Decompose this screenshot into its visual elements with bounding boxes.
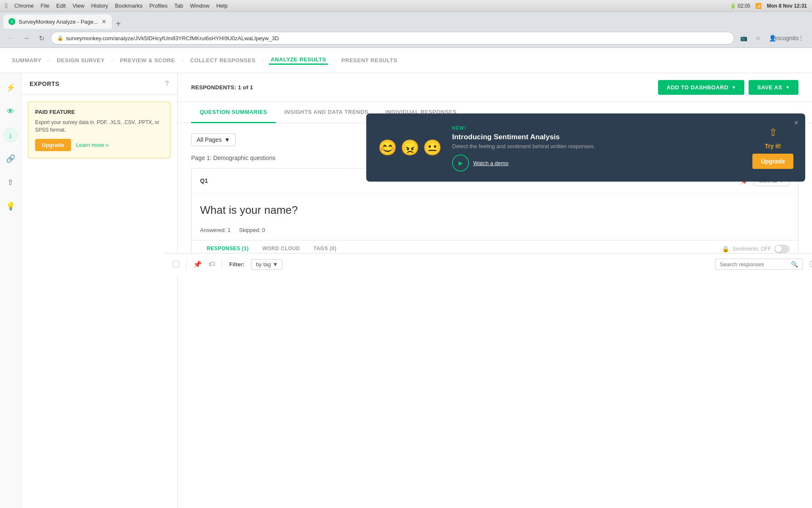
- main-content: RESPONDENTS: 1 of 1 ADD TO DASHBOARD ▼ S…: [178, 73, 812, 508]
- mac-time: Mon 8 Nov 12:31: [767, 3, 807, 9]
- apple-logo[interactable]: : [5, 2, 8, 10]
- popup-content: NEW! Introducing Sentiment Analysis Dete…: [452, 124, 742, 171]
- popup-try-section: ⇧ Try it! Upgrade: [752, 127, 793, 169]
- by-tag-filter[interactable]: by tag ▼: [251, 259, 283, 270]
- lightbulb-icon[interactable]: 💡: [3, 199, 18, 214]
- paid-feature-description: Export your survey data in .PDF, .XLS, .…: [35, 119, 163, 134]
- sentiment-popup: × 😊 😠 😐 NEW! Introducing Sentiment Analy…: [366, 113, 805, 182]
- add-to-dashboard-button[interactable]: ADD TO DASHBOARD ▼: [658, 80, 744, 95]
- cast-icon[interactable]: 📺: [738, 32, 749, 44]
- toggle-knob: [775, 246, 782, 252]
- ssl-lock-icon: 🔒: [57, 35, 63, 41]
- filter-icon[interactable]: ⚡: [3, 80, 18, 95]
- bookmark-icon[interactable]: ☆: [752, 32, 764, 44]
- nav-step-present-results[interactable]: PRESENT RESULTS: [340, 57, 399, 64]
- nav-step-analyze-results[interactable]: ANALYZE RESULTS: [269, 56, 328, 65]
- share-icon[interactable]: ⇧: [3, 175, 18, 190]
- popup-emojis: 😊 😠 😐: [378, 139, 442, 157]
- toolbar-separator-1: [186, 259, 187, 269]
- refresh-button[interactable]: ↻: [36, 32, 47, 44]
- nav-step-design-survey[interactable]: DESIGN SURVEY: [55, 57, 106, 64]
- tag-toolbar-icon[interactable]: 🏷: [208, 260, 215, 268]
- filter-label: Filter:: [229, 261, 244, 268]
- save-as-button[interactable]: SAVE AS ▼: [749, 80, 798, 95]
- search-icon: 🔍: [791, 261, 798, 268]
- tab-close-button[interactable]: ✕: [102, 18, 107, 25]
- wifi-icon: 📶: [755, 3, 762, 9]
- sentiments-control: 🔒 Sentiments: OFF: [722, 245, 790, 253]
- download-icon[interactable]: ↓: [3, 127, 18, 143]
- paid-feature-actions: Upgrade Learn more »: [35, 139, 163, 151]
- question-stats: Answered: 1 Skipped: 0: [192, 227, 798, 240]
- edit-menu[interactable]: Edit: [56, 3, 66, 9]
- tab-question-summaries[interactable]: QUESTION SUMMARIES: [191, 102, 276, 123]
- lock-icon: 🔒: [722, 246, 729, 252]
- watch-demo-icon[interactable]: ▶: [452, 155, 469, 171]
- sidebar-help-icon[interactable]: ?: [165, 80, 169, 88]
- sidebar-title: EXPORTS: [30, 80, 59, 87]
- browser-chrome: S SurveyMonkey Analyze - Page... ✕ + ← →…: [0, 12, 812, 48]
- nav-step-summary[interactable]: SUMMARY: [10, 57, 43, 64]
- tab-favicon: S: [8, 18, 15, 25]
- watch-demo-link[interactable]: Watch a demo: [473, 160, 508, 166]
- view-menu[interactable]: View: [72, 3, 84, 9]
- file-menu[interactable]: File: [41, 3, 49, 9]
- popup-close-button[interactable]: ×: [794, 119, 798, 127]
- new-badge: NEW!: [452, 125, 466, 130]
- app-container: SUMMARY → DESIGN SURVEY → PREVIEW & SCOR…: [0, 48, 812, 508]
- bookmarks-menu[interactable]: Bookmarks: [115, 3, 143, 9]
- paid-feature-title: PAID FEATURE: [35, 109, 163, 115]
- content-area: ⚡ 👁 ↓ 🔗 ⇧ 💡 EXPORTS ? PAID FEATURE Expor…: [0, 73, 812, 508]
- tab-menu[interactable]: Tab: [174, 3, 183, 9]
- sentiments-label: Sentiments: OFF: [732, 246, 771, 252]
- battery-indicator: 🔋 02:05: [730, 3, 750, 9]
- history-menu[interactable]: History: [91, 3, 108, 9]
- pages-chevron-icon: ▼: [224, 136, 230, 143]
- select-all-checkbox[interactable]: [173, 261, 179, 268]
- upgrade-button[interactable]: Upgrade: [35, 139, 71, 151]
- new-tab-button[interactable]: +: [113, 19, 123, 29]
- main-header: RESPONDENTS: 1 of 1 ADD TO DASHBOARD ▼ S…: [178, 73, 812, 102]
- sidebar: EXPORTS ? PAID FEATURE Export your surve…: [21, 73, 178, 508]
- incognito-label: Incognito: [781, 32, 793, 44]
- sentiments-toggle[interactable]: [774, 245, 790, 253]
- question-number: Q1: [200, 177, 208, 184]
- toolbar-separator-2: [222, 259, 222, 269]
- happy-emoji: 😊: [378, 139, 397, 157]
- save-as-chevron-icon: ▼: [786, 85, 790, 90]
- neutral-emoji: 😐: [423, 139, 442, 157]
- nav-step-preview-score[interactable]: PREVIEW & SCORE: [118, 57, 176, 64]
- profiles-menu[interactable]: Profiles: [149, 3, 167, 9]
- chrome-menu[interactable]: Chrome: [14, 3, 34, 9]
- address-bar[interactable]: 🔒 surveymonkey.com/analyze/JVk5IDHcyfUm8…: [51, 32, 734, 44]
- pages-select[interactable]: All Pages ▼: [191, 133, 236, 146]
- back-button[interactable]: ←: [5, 32, 17, 44]
- help-menu[interactable]: Help: [216, 3, 228, 9]
- popup-upgrade-button[interactable]: Upgrade: [752, 154, 793, 169]
- search-responses-input[interactable]: [720, 261, 787, 268]
- tab-insights-data-trends[interactable]: INSIGHTS AND DATA TRENDS: [276, 102, 377, 123]
- address-text: surveymonkey.com/analyze/JVk5IDHcyfUm83Y…: [66, 35, 279, 41]
- try-it-label: Try it!: [765, 143, 781, 149]
- nav-step-collect-responses[interactable]: COLLECT RESPONSES: [189, 57, 257, 64]
- pin-toolbar-icon[interactable]: 📌: [193, 260, 202, 268]
- answered-stat: Answered: 1: [200, 227, 230, 233]
- popup-description: Detect the feeling and sentiment behind …: [452, 143, 742, 149]
- bottom-toolbar: 📌 🏷 Filter: by tag ▼ 🔍 ⓘ: [164, 253, 812, 275]
- search-responses-field[interactable]: 🔍: [715, 259, 803, 270]
- window-menu[interactable]: Window: [190, 3, 209, 9]
- learn-more-link[interactable]: Learn more »: [76, 142, 109, 148]
- question-text: What is your name?: [192, 193, 798, 227]
- sidebar-icon-rail: ⚡ 👁 ↓ 🔗 ⇧ 💡: [0, 73, 21, 508]
- browser-tab[interactable]: S SurveyMonkey Analyze - Page... ✕: [3, 14, 112, 29]
- forward-button[interactable]: →: [20, 32, 32, 44]
- mac-os-bar:  Chrome File Edit View History Bookmark…: [0, 0, 812, 12]
- toolbar-help-icon[interactable]: ⓘ: [809, 259, 812, 269]
- top-navigation: SUMMARY → DESIGN SURVEY → PREVIEW & SCOR…: [0, 48, 812, 73]
- eye-icon[interactable]: 👁: [3, 104, 18, 119]
- respondents-count: RESPONDENTS: 1 of 1: [191, 84, 253, 91]
- link-icon[interactable]: 🔗: [3, 151, 18, 166]
- browser-nav-bar: ← → ↻ 🔒 surveymonkey.com/analyze/JVk5IDH…: [0, 29, 812, 47]
- skipped-stat: Skipped: 0: [239, 227, 265, 233]
- more-options-icon[interactable]: ⋮: [795, 32, 807, 44]
